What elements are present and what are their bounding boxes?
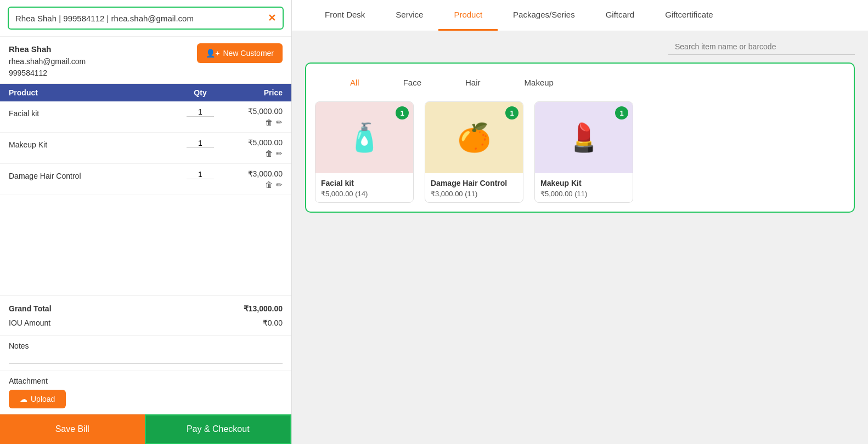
upload-icon: ☁ [20,395,27,403]
product-price: ₹5,000.00 (11) [540,190,627,198]
col-header-product: Product [9,88,178,97]
iou-amount-label: IOU Amount [9,318,50,327]
grand-total-label: Grand Total [9,304,52,313]
table-row: Facial kit ₹5,000.00 🗑 ✏ [0,101,291,133]
tab-giftcard[interactable]: Giftcard [590,0,650,31]
attachment-label: Attachment [9,377,283,385]
customer-name: Rhea Shah [9,43,86,56]
edit-icon[interactable]: ✏ [276,180,283,189]
search-product-wrap [292,31,868,62]
table-row: Makeup Kit ₹5,000.00 🗑 ✏ [0,133,291,164]
tab-giftcertificate[interactable]: Giftcertificate [650,0,729,31]
tab-product[interactable]: Product [438,0,498,31]
notes-label: Notes [9,341,283,350]
col-header-price: Price [222,88,283,97]
cart-table: Product Qty Price Facial kit ₹5,000.00 🗑… [0,84,291,296]
card-body: Damage Hair Control ₹3,000.00 (11) [425,173,523,202]
cart-item-price: ₹5,000.00 [222,138,283,147]
product-price: ₹3,000.00 (11) [431,190,517,198]
notes-section: Notes [0,335,291,371]
cart-item-qty-input[interactable] [187,139,214,148]
product-badge: 1 [396,106,409,119]
card-body: Facial kit ₹5,000.00 (14) [315,173,413,202]
cat-tab-face[interactable]: Face [381,72,443,93]
edit-icon[interactable]: ✏ [276,149,283,158]
tab-packages-series[interactable]: Packages/Series [498,0,590,31]
save-bill-button[interactable]: Save Bill [0,414,145,444]
totals-section: Grand Total ₹13,000.00 IOU Amount ₹0.00 [0,295,291,335]
cart-item-name: Makeup Kit [9,138,178,149]
product-badge: 1 [615,106,628,119]
pay-checkout-button[interactable]: Pay & Checkout [145,414,292,444]
customer-info: Rhea Shah rhea.shah@gmail.com 999584112 … [0,37,291,84]
grand-total-value: ₹13,000.00 [244,304,283,313]
customer-email: rhea.shah@gmail.com [9,56,86,67]
table-row: Damage Hair Control ₹3,000.00 🗑 ✏ [0,164,291,195]
cart-item-qty-input[interactable] [187,107,214,117]
category-tabs: All Face Hair Makeup [315,72,845,93]
cart-item-price: ₹5,000.00 [222,107,283,116]
delete-icon[interactable]: 🗑 [265,180,273,189]
clear-search-button[interactable]: ✕ [268,12,276,24]
top-nav: Front Desk Service Product Packages/Seri… [292,0,868,31]
delete-icon[interactable]: 🗑 [265,149,273,158]
cart-item-qty-input[interactable] [187,170,214,179]
search-bar-wrap: ✕ [0,0,291,37]
edit-icon[interactable]: ✏ [276,118,283,127]
col-header-qty: Qty [178,88,222,97]
right-panel: Front Desk Service Product Packages/Seri… [292,0,868,444]
grand-total-row: Grand Total ₹13,000.00 [9,301,283,316]
product-card-makeup-kit[interactable]: 1 💄 Makeup Kit ₹5,000.00 (11) [534,101,633,203]
product-name: Makeup Kit [540,179,627,187]
product-price: ₹5,000.00 (14) [321,190,408,198]
cat-tab-hair[interactable]: Hair [443,72,503,93]
tab-front-desk[interactable]: Front Desk [309,0,380,31]
customer-phone: 999584112 [9,67,86,79]
iou-amount-value: ₹0.00 [263,318,283,327]
left-panel: ✕ Rhea Shah rhea.shah@gmail.com 99958411… [0,0,292,444]
products-grid: 1 🧴 Facial kit ₹5,000.00 (14) 1 🍊 Damage… [315,101,845,203]
delete-icon[interactable]: 🗑 [265,118,273,127]
iou-amount-row: IOU Amount ₹0.00 [9,316,283,330]
product-search-input[interactable] [668,39,855,55]
customer-details: Rhea Shah rhea.shah@gmail.com 999584112 [9,43,86,79]
search-bar: ✕ [8,7,284,30]
user-add-icon: 👤+ [206,49,219,58]
product-name: Damage Hair Control [431,179,517,187]
tab-service[interactable]: Service [380,0,438,31]
product-name: Facial kit [321,179,408,187]
card-body: Makeup Kit ₹5,000.00 (11) [535,173,633,202]
cart-item-name: Facial kit [9,107,178,118]
cat-tab-makeup[interactable]: Makeup [503,72,576,93]
notes-underline [9,363,283,364]
cart-item-price: ₹3,000.00 [222,169,283,178]
attachment-section: Attachment ☁ Upload [0,371,291,414]
upload-button[interactable]: ☁ Upload [9,390,66,408]
cart-item-name: Damage Hair Control [9,169,178,180]
product-card-facial-kit[interactable]: 1 🧴 Facial kit ₹5,000.00 (14) [315,101,414,203]
product-badge: 1 [505,106,518,119]
product-grid-container: All Face Hair Makeup 1 🧴 Facial kit ₹5,0… [305,62,855,213]
cat-tab-all[interactable]: All [328,72,381,93]
bottom-actions: Save Bill Pay & Checkout [0,414,291,444]
customer-search-input[interactable] [15,14,268,23]
new-customer-button[interactable]: 👤+ New Customer [197,43,283,63]
cart-header: Product Qty Price [0,84,291,101]
product-card-damage-hair-control[interactable]: 1 🍊 Damage Hair Control ₹3,000.00 (11) [425,101,523,203]
